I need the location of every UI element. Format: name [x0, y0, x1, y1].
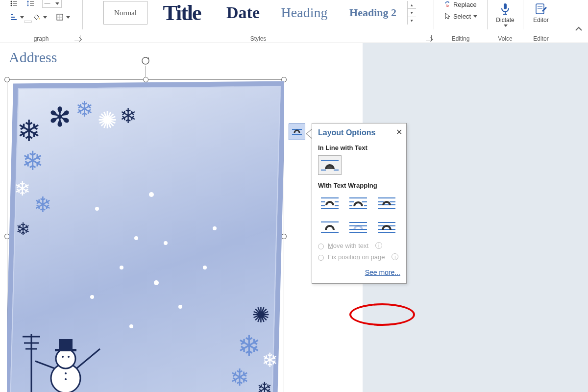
- inline-heading: In Line with Text: [318, 144, 400, 151]
- layout-options-icon: [292, 128, 302, 136]
- chevron-down-icon: [66, 16, 70, 19]
- layout-options-popup: Layout Options ✕ In Line with Text With …: [312, 123, 407, 284]
- close-button[interactable]: ✕: [396, 127, 402, 137]
- popup-title: Layout Options: [318, 128, 400, 137]
- svg-line-32: [35, 361, 55, 368]
- wrap-behind[interactable]: [346, 218, 370, 237]
- svg-point-1: [10, 3, 12, 4]
- multilevel-list-icon: [10, 13, 18, 21]
- editor-icon: [534, 2, 548, 16]
- style-date-label: Date: [226, 3, 260, 22]
- group-paragraph: — graph: [0, 0, 82, 43]
- style-heading1-label: Heading: [281, 5, 328, 21]
- select-button[interactable]: Select: [443, 12, 478, 21]
- shading-button[interactable]: [32, 13, 48, 22]
- styles-gallery[interactable]: Normal Title Date Heading Heading 2 ▴ ▾ …: [100, 0, 416, 25]
- replace-button[interactable]: b Replace: [443, 0, 478, 9]
- selected-image[interactable]: ❄ ✻ ❄ ✺ ❄ ❄ ❄ ❄ ❄ ✺ ❄ ❄ ❄ ❄: [7, 79, 284, 392]
- style-normal[interactable]: Normal: [103, 1, 147, 24]
- styles-scroll[interactable]: ▴ ▾ ▾: [407, 1, 416, 24]
- move-with-text-radio: Move with text i: [318, 242, 400, 249]
- svg-point-2: [10, 5, 12, 6]
- borders-button[interactable]: [55, 13, 71, 22]
- paragraph-launcher[interactable]: [74, 35, 80, 41]
- dictate-button[interactable]: Dictate: [490, 1, 520, 27]
- chevron-down-icon: [504, 24, 508, 27]
- fix-position-label: Fix positio: [328, 253, 357, 261]
- bullets-icon: [10, 0, 18, 7]
- info-icon[interactable]: i: [375, 242, 382, 249]
- style-title[interactable]: Title: [147, 1, 216, 24]
- layout-options-button[interactable]: [289, 123, 305, 140]
- styles-expand[interactable]: ▾: [408, 17, 416, 24]
- editor-label: Editor: [533, 17, 548, 24]
- replace-label: Replace: [453, 1, 477, 8]
- styles-scroll-up[interactable]: ▴: [408, 1, 416, 9]
- select-label: Select: [453, 13, 471, 20]
- style-title-label: Title: [163, 0, 200, 25]
- multilevel-list-button[interactable]: [9, 13, 25, 22]
- chevron-down-icon: [473, 15, 477, 18]
- group-label-voice: Voice: [498, 35, 512, 43]
- font-size-box[interactable]: —: [42, 0, 62, 8]
- collapse-ribbon-button[interactable]: [574, 25, 583, 36]
- wrap-heading: With Text Wrapping: [318, 182, 400, 189]
- style-heading1[interactable]: Heading: [270, 1, 339, 24]
- popup-caret: [306, 129, 312, 139]
- svg-point-34: [62, 356, 64, 358]
- group-label-editor: Editor: [533, 35, 548, 43]
- snowman-icon: [17, 315, 110, 392]
- info-icon[interactable]: i: [392, 253, 398, 260]
- editor-button[interactable]: Editor: [526, 1, 556, 24]
- svg-line-33: [76, 349, 100, 368]
- wrap-front[interactable]: [375, 218, 398, 237]
- document-canvas[interactable]: Address ❄ ✻ ❄ ✺ ❄ ❄ ❄ ❄ ❄ ✺ ❄ ❄ ❄: [0, 43, 588, 392]
- group-label-styles: Styles: [250, 35, 267, 43]
- svg-text:b: b: [446, 3, 449, 8]
- cursor-icon: [444, 12, 452, 20]
- style-heading2-label: Heading 2: [349, 6, 396, 19]
- line-spacing-icon: [26, 0, 34, 7]
- group-voice: Dictate Voice: [488, 0, 523, 43]
- bullets-button[interactable]: [9, 0, 19, 8]
- style-date[interactable]: Date: [216, 1, 270, 24]
- wrap-tight[interactable]: [346, 193, 370, 213]
- group-editor: Editor Editor: [523, 0, 559, 43]
- chevron-down-icon: [20, 16, 24, 19]
- svg-point-29: [56, 349, 75, 368]
- radio-icon: [318, 255, 324, 261]
- ribbon: — graph: [0, 0, 588, 43]
- styles-scroll-down[interactable]: ▾: [408, 9, 416, 17]
- wrap-through[interactable]: [375, 193, 398, 213]
- line-spacing-button[interactable]: [25, 0, 35, 8]
- see-more-link[interactable]: See more...: [365, 269, 400, 276]
- svg-point-35: [68, 356, 70, 358]
- address-heading: Address: [9, 49, 57, 66]
- chevron-up-icon: [574, 25, 583, 34]
- styles-launcher[interactable]: [426, 35, 432, 41]
- move-with-text-label: ove with text: [333, 242, 368, 249]
- group-label-editing: Editing: [452, 35, 470, 43]
- rotate-line: [146, 66, 146, 77]
- wrap-square[interactable]: [318, 193, 342, 213]
- svg-rect-30: [59, 339, 73, 349]
- group-editing: b Replace Select Editing: [434, 0, 487, 43]
- rotate-handle[interactable]: [141, 56, 150, 66]
- paint-bucket-icon: [33, 13, 41, 21]
- wrap-topbottom[interactable]: [318, 218, 342, 237]
- group-styles: Normal Title Date Heading Heading 2 ▴ ▾ …: [83, 0, 434, 43]
- microphone-icon: [498, 2, 512, 16]
- svg-point-37: [65, 378, 67, 380]
- rotate-icon: [141, 56, 150, 66]
- style-normal-label: Normal: [114, 9, 137, 17]
- radio-icon: [318, 244, 324, 249]
- winter-clipart: ❄ ✻ ❄ ✺ ❄ ❄ ❄ ❄ ❄ ✺ ❄ ❄ ❄ ❄: [7, 79, 284, 392]
- group-label-paragraph: graph: [34, 35, 49, 43]
- fix-position-radio: Fix position on page i: [318, 253, 400, 261]
- style-heading2[interactable]: Heading 2: [339, 1, 407, 24]
- chevron-down-icon: [43, 16, 47, 19]
- svg-point-36: [65, 372, 67, 374]
- svg-point-0: [10, 1, 12, 2]
- wrap-inline[interactable]: [318, 155, 342, 175]
- replace-icon: b: [444, 0, 452, 8]
